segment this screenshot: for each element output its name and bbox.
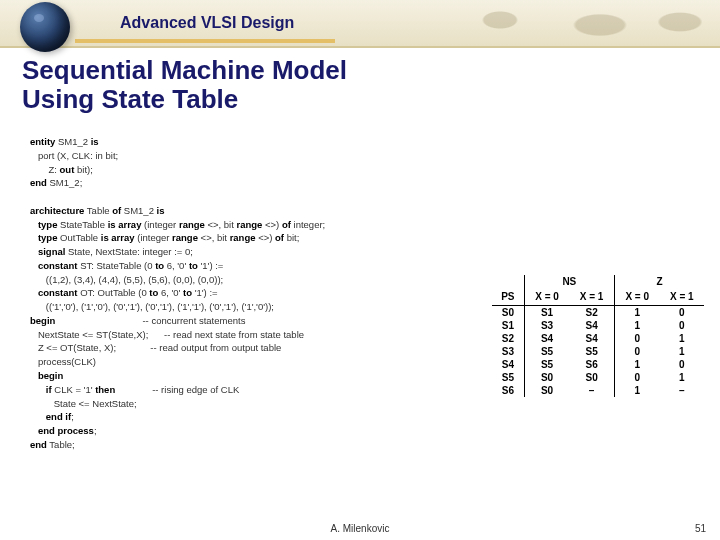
cell-ns0: S0 [524, 384, 569, 397]
cell-ps: S1 [492, 319, 524, 332]
kw: begin [30, 315, 55, 326]
cell-z1: 0 [660, 358, 704, 371]
cell-z0: 0 [614, 371, 659, 384]
cell-ns1: – [569, 384, 614, 397]
z-header: Z [614, 275, 704, 290]
kw: end if [30, 411, 71, 422]
cell-ps: S5 [492, 371, 524, 384]
kw: range [230, 232, 256, 243]
t: 6, '0' [158, 287, 183, 298]
kw: out [60, 164, 75, 175]
cell-ns1: S4 [569, 319, 614, 332]
t: ST: StateTable (0 [78, 260, 156, 271]
t: <>, bit [205, 219, 237, 230]
cell-z1: 1 [660, 345, 704, 358]
t: bit; [284, 232, 299, 243]
kw: end process [30, 425, 94, 436]
kw: end [30, 177, 47, 188]
t: Table; [47, 439, 75, 450]
t: '1') := [192, 287, 218, 298]
t: Z: [30, 164, 60, 175]
map-decoration [460, 0, 720, 48]
globe-icon [20, 2, 70, 52]
state-table: NS Z PS X = 0 X = 1 X = 0 X = 1 S0S1S210… [492, 275, 704, 397]
t: ((1,2), (3,4), (4,4), (5,5), (5,6), (0,0… [30, 274, 223, 285]
table-col-header: PS X = 0 X = 1 X = 0 X = 1 [492, 290, 704, 306]
state-table-container: NS Z PS X = 0 X = 1 X = 0 X = 1 S0S1S210… [492, 275, 704, 512]
kw: of [112, 205, 121, 216]
cell-ns1: S0 [569, 371, 614, 384]
t: <>) [262, 219, 282, 230]
kw: signal [30, 246, 65, 257]
kw: constant [30, 287, 78, 298]
x0-header: X = 0 [614, 290, 659, 306]
cell-ns0: S5 [524, 358, 569, 371]
t: (integer [135, 232, 173, 243]
t: CLK = '1' [52, 384, 96, 395]
cell-ns1: S6 [569, 358, 614, 371]
t: OT: OutTable (0 [78, 287, 150, 298]
cell-ns0: S0 [524, 371, 569, 384]
t: <>) [256, 232, 276, 243]
cell-ps: S2 [492, 332, 524, 345]
page-number: 51 [695, 523, 706, 534]
t: State <= NextState; [30, 398, 137, 409]
ps-header: PS [492, 290, 524, 306]
kw: range [172, 232, 198, 243]
kw: architecture [30, 205, 84, 216]
kw: then [95, 384, 115, 395]
table-row: S0S1S210 [492, 306, 704, 320]
cell-z1: 1 [660, 371, 704, 384]
cell-z0: 1 [614, 306, 659, 320]
t: process(CLK) [30, 356, 96, 367]
accent-line [75, 39, 335, 43]
table-row: S5S0S001 [492, 371, 704, 384]
kw: is [91, 136, 99, 147]
cell-z0: 1 [614, 358, 659, 371]
t: (integer [141, 219, 179, 230]
t: -- rising edge of CLK [115, 384, 239, 395]
kw: constant [30, 260, 78, 271]
t: <>, bit [198, 232, 230, 243]
cell-z1: 1 [660, 332, 704, 345]
kw: to [183, 287, 192, 298]
t: port (X, CLK: in bit; [30, 150, 118, 161]
kw: to [155, 260, 164, 271]
cell-ps: S0 [492, 306, 524, 320]
t: integer; [291, 219, 325, 230]
table-row: S6S0–1– [492, 384, 704, 397]
kw: is [157, 205, 165, 216]
cell-z0: 0 [614, 332, 659, 345]
cell-z1: – [660, 384, 704, 397]
kw: is array [108, 219, 142, 230]
vhdl-code: entity SM1_2 is port (X, CLK: in bit; Z:… [30, 135, 492, 512]
kw: entity [30, 136, 55, 147]
cell-ns0: S3 [524, 319, 569, 332]
t: Table [84, 205, 112, 216]
table-group-header: NS Z [492, 275, 704, 290]
t: State, NextState: integer := 0; [65, 246, 193, 257]
t: SM1_2 [55, 136, 90, 147]
kw: to [189, 260, 198, 271]
cell-z0: 1 [614, 319, 659, 332]
cell-ps: S6 [492, 384, 524, 397]
table-row: S4S5S610 [492, 358, 704, 371]
kw: type [30, 232, 57, 243]
content-area: entity SM1_2 is port (X, CLK: in bit; Z:… [30, 135, 704, 512]
t: SM1_2 [121, 205, 156, 216]
t: OutTable [57, 232, 100, 243]
slide-title-line2: Using State Table [22, 84, 238, 114]
cell-ns1: S4 [569, 332, 614, 345]
kw: range [179, 219, 205, 230]
cell-ns0: S5 [524, 345, 569, 358]
t: ; [94, 425, 97, 436]
t: bit); [74, 164, 92, 175]
x1-header: X = 1 [660, 290, 704, 306]
table-row: S1S3S410 [492, 319, 704, 332]
cell-z1: 0 [660, 306, 704, 320]
table-row: S2S4S401 [492, 332, 704, 345]
t: ; [71, 411, 74, 422]
cell-z0: 1 [614, 384, 659, 397]
slide-title: Sequential Machine Model Using State Tab… [22, 56, 720, 113]
cell-ps: S3 [492, 345, 524, 358]
